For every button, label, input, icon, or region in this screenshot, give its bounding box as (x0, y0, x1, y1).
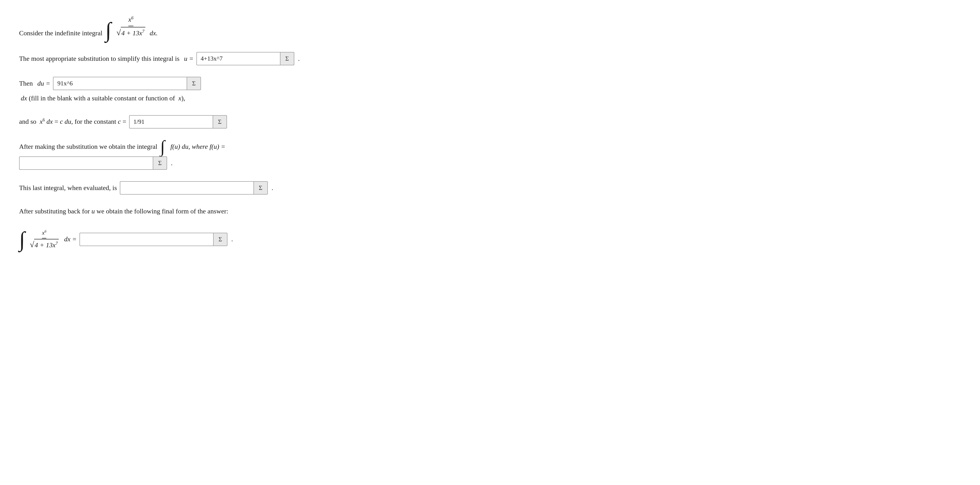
sqrt-symbol: √ (116, 29, 121, 37)
c-sigma-button[interactable]: Σ (213, 115, 227, 128)
dx-fill-text: dx (fill in the blank with a suitable co… (19, 93, 185, 104)
final-sqrt-symbol: √ (30, 241, 34, 249)
du-input-group: Σ (53, 77, 201, 90)
row-evaluated: This last integral, when evaluated, is Σ… (19, 181, 353, 195)
final-numerator: x6 (42, 228, 46, 238)
fu-input[interactable] (19, 157, 153, 170)
evaluated-input[interactable] (120, 181, 253, 195)
du-sigma-button[interactable]: Σ (187, 77, 201, 90)
row-final-answer: ∫ x6 √ 4 + 13x7 dx = Σ . (19, 228, 353, 250)
row8-period: . (231, 234, 233, 245)
integral-symbol-medium: ∫ (160, 140, 165, 154)
row-du: Then du = Σ dx (fill in the blank with a… (19, 77, 353, 104)
fu-sigma-button[interactable]: Σ (153, 157, 167, 170)
c-input[interactable] (129, 115, 213, 128)
sqrt-wrapper: √ 4 + 13x7 (116, 27, 145, 39)
u-input-group: Σ (196, 52, 294, 65)
integrand-numerator: x6 (129, 14, 134, 26)
u-equals-label: u = (182, 54, 194, 64)
du-equals-label: du = (36, 78, 50, 89)
intro-text: Consider the indefinite integral (19, 28, 102, 39)
final-answer-input[interactable] (80, 233, 213, 246)
final-x6-sup: 6 (45, 229, 46, 233)
integrand-denominator: √ 4 + 13x7 (116, 26, 145, 39)
row-constant-c: and so x6 dx = c du, for the constant c … (19, 115, 353, 128)
row5-period: . (171, 158, 173, 169)
problem-block: Consider the indefinite integral ∫ x6 √ … (19, 14, 353, 250)
row-fu: After making the substitution we obtain … (19, 140, 353, 170)
final-sigma-button[interactable]: Σ (213, 233, 228, 246)
fu-input-group: Σ (19, 157, 167, 170)
sqrt-content: 4 + 13x7 (121, 27, 145, 39)
row-substitution: The most appropriate substitution to sim… (19, 52, 353, 65)
final-x7-sup: 7 (56, 241, 58, 246)
final-dx-equals: dx = (62, 234, 76, 245)
x7-sup: 7 (142, 29, 145, 33)
row2-period: . (298, 54, 300, 64)
row-final-label: After substituting back for u we obtain … (19, 206, 353, 217)
integral-symbol-large: ∫ (105, 21, 111, 39)
final-sqrt-wrapper: √ 4 + 13x7 (30, 239, 59, 250)
u-input[interactable] (196, 52, 280, 65)
row-integral-display: Consider the indefinite integral ∫ x6 √ … (19, 14, 353, 39)
substitution-text: The most appropriate substitution to sim… (19, 54, 180, 64)
final-denominator: √ 4 + 13x7 (30, 238, 59, 250)
du-input[interactable] (53, 77, 187, 90)
andso-text: and so x6 dx = c du, for the constant c … (19, 116, 126, 127)
dx-text: dx. (150, 28, 158, 39)
last-integral-text: This last integral, when evaluated, is (19, 183, 117, 193)
final-sqrt-content: 4 + 13x7 (34, 239, 59, 250)
integrand-fraction: x6 √ 4 + 13x7 (116, 14, 145, 39)
integral-symbol-final: ∫ (19, 231, 25, 248)
row6-period: . (272, 183, 273, 193)
fu-du-text: f(u) du, where f(u) = (169, 141, 225, 152)
then-label: Then (19, 78, 33, 89)
evaluated-input-group: Σ (120, 181, 268, 195)
final-fraction: x6 √ 4 + 13x7 (30, 228, 59, 250)
u-sigma-button[interactable]: Σ (280, 52, 294, 65)
after-sub-text: After making the substitution we obtain … (19, 141, 157, 152)
c-input-group: Σ (129, 115, 227, 128)
final-input-group: Σ (80, 233, 228, 246)
x6-sup: 6 (131, 16, 134, 20)
final-form-text: After substituting back for u we obtain … (19, 206, 228, 217)
evaluated-sigma-button[interactable]: Σ (253, 181, 268, 195)
